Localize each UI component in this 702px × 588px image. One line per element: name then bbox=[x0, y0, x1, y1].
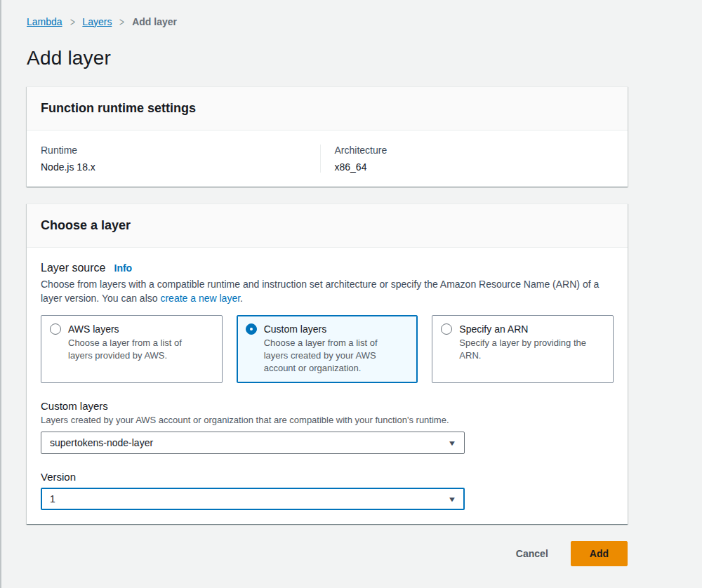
caret-down-icon: ▼ bbox=[448, 439, 457, 447]
radio-unchecked-icon[interactable] bbox=[50, 323, 61, 335]
tile-title: Specify an ARN bbox=[459, 323, 528, 335]
layer-source-options: AWS layers Choose a layer from a list of… bbox=[41, 315, 614, 383]
radio-tile-aws-layers[interactable]: AWS layers Choose a layer from a list of… bbox=[41, 315, 223, 383]
breadcrumb-link-lambda[interactable]: Lambda bbox=[27, 16, 62, 27]
runtime-label: Runtime bbox=[41, 145, 320, 156]
custom-layers-label: Custom layers bbox=[41, 400, 614, 412]
card-body: Runtime Node.js 18.x Architecture x86_64 bbox=[27, 131, 628, 187]
create-new-layer-link[interactable]: create a new layer bbox=[160, 293, 240, 304]
info-link[interactable]: Info bbox=[114, 262, 133, 274]
tile-description: Specify a layer by providing the ARN. bbox=[459, 337, 600, 362]
runtime-settings-grid: Runtime Node.js 18.x Architecture x86_64 bbox=[41, 145, 614, 173]
page-title: Add layer bbox=[27, 47, 628, 69]
select-value: 1 bbox=[50, 493, 55, 505]
chevron-right-icon: > bbox=[119, 15, 124, 29]
select-value: supertokens-node-layer bbox=[50, 437, 153, 448]
version-select[interactable]: 1 ▼ bbox=[41, 488, 465, 510]
choose-layer-title: Choose a layer bbox=[41, 218, 614, 233]
cancel-button[interactable]: Cancel bbox=[513, 542, 551, 565]
runtime-value: Node.js 18.x bbox=[41, 161, 320, 173]
tile-title: AWS layers bbox=[68, 323, 119, 335]
radio-tile-specify-arn[interactable]: Specify an ARN Specify a layer by provid… bbox=[432, 315, 614, 383]
chevron-right-icon: > bbox=[69, 15, 74, 29]
radio-checked-icon[interactable] bbox=[246, 323, 257, 335]
footer-actions: Cancel Add bbox=[27, 541, 628, 566]
window-left-edge bbox=[0, 0, 1, 588]
tile-head: AWS layers bbox=[50, 323, 213, 335]
function-runtime-settings-card: Function runtime settings Runtime Node.j… bbox=[27, 86, 628, 187]
breadcrumb-link-layers[interactable]: Layers bbox=[82, 16, 112, 27]
architecture-value: x86_64 bbox=[335, 161, 614, 173]
layer-source-label: Layer source bbox=[41, 262, 106, 274]
custom-layers-description: Layers created by your AWS account or or… bbox=[41, 414, 614, 427]
architecture-label: Architecture bbox=[335, 145, 614, 156]
description-text: Choose from layers with a compatible run… bbox=[41, 279, 599, 304]
add-layer-page: Lambda > Layers > Add layer Add layer Fu… bbox=[0, 0, 628, 588]
custom-layers-select[interactable]: supertokens-node-layer ▼ bbox=[41, 432, 465, 454]
runtime-card-title: Function runtime settings bbox=[41, 101, 614, 116]
architecture-column: Architecture x86_64 bbox=[320, 145, 614, 173]
tile-description: Choose a layer from a list of layers cre… bbox=[264, 337, 404, 375]
card-header: Function runtime settings bbox=[27, 87, 628, 131]
breadcrumb-current: Add layer bbox=[132, 16, 177, 27]
layer-source-description: Choose from layers with a compatible run… bbox=[41, 277, 614, 305]
caret-down-icon: ▼ bbox=[448, 495, 457, 503]
radio-unchecked-icon[interactable] bbox=[441, 323, 452, 335]
card-body: Layer source Info Choose from layers wit… bbox=[27, 248, 628, 524]
add-button[interactable]: Add bbox=[571, 541, 628, 566]
tile-title: Custom layers bbox=[264, 323, 326, 335]
radio-tile-custom-layers[interactable]: Custom layers Choose a layer from a list… bbox=[237, 315, 418, 383]
tile-description: Choose a layer from a list of layers pro… bbox=[68, 337, 208, 362]
choose-layer-card: Choose a layer Layer source Info Choose … bbox=[27, 203, 628, 524]
version-label: Version bbox=[41, 471, 614, 483]
tile-head: Specify an ARN bbox=[441, 323, 604, 335]
breadcrumb: Lambda > Layers > Add layer bbox=[27, 15, 628, 27]
card-header: Choose a layer bbox=[27, 204, 628, 248]
tile-head: Custom layers bbox=[246, 323, 409, 335]
runtime-column: Runtime Node.js 18.x bbox=[41, 145, 320, 173]
description-period: . bbox=[240, 293, 243, 304]
layer-source-row: Layer source Info bbox=[41, 262, 614, 274]
